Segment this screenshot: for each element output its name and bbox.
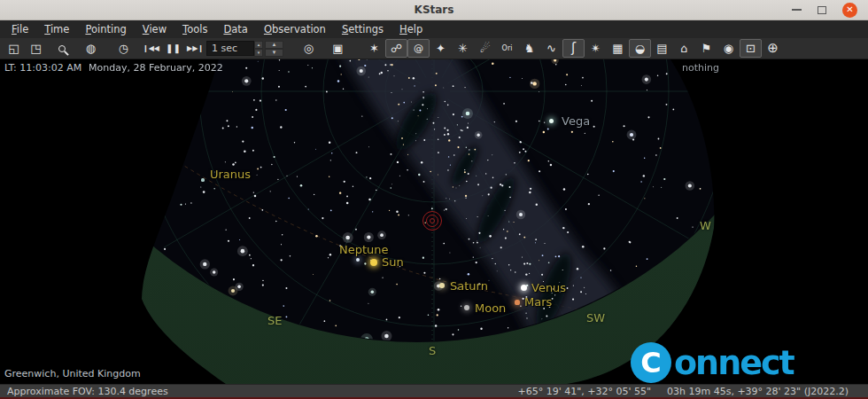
compass-label-sw: SW (586, 311, 605, 325)
date-text: Monday, 28 February, 2022 (89, 62, 223, 74)
toggle-comets-button[interactable]: ☄ (474, 39, 496, 58)
object-marker-sun[interactable] (370, 259, 377, 266)
object-marker-mars[interactable] (515, 300, 519, 304)
toggle-constellation-names-button[interactable]: Ori (496, 39, 518, 58)
object-label-vega[interactable]: Vega (562, 114, 590, 128)
time-step-spinner-down[interactable]: ▾ (265, 49, 283, 57)
time-unit-spinner[interactable]: ▴▾ (254, 41, 263, 57)
compass-label-w: W (700, 219, 711, 232)
radec-coordinates-text: 03h 19m 45s, +39° 28' 23" (J2022.2) (667, 386, 849, 397)
menubar: FileTimePointingViewToolsDataObservation… (0, 20, 868, 38)
time-unit-spinner-down[interactable]: ▾ (254, 49, 263, 57)
time-step-spinner[interactable]: ▴▾ (265, 41, 283, 57)
object-label-neptune[interactable]: Neptune (339, 243, 389, 256)
toggle-constellation-lines-button[interactable]: ✳ (452, 39, 474, 58)
menu-data[interactable]: Data (215, 21, 255, 37)
kstars-window: KStars ✕ FileTimePointingViewToolsDataOb… (0, 0, 868, 399)
azalt-coordinates-text: +65° 19' 41", +32° 05' 55" (517, 386, 651, 397)
time-pause-button[interactable]: ❚❚ (162, 39, 184, 58)
object-label-venus[interactable]: Venus (531, 281, 566, 294)
magnifier-handle (64, 51, 69, 56)
compass-label-se: SE (267, 314, 282, 327)
time-step-field[interactable]: 1 sec (206, 41, 254, 56)
focus-info-text: nothing (682, 62, 719, 74)
toggle-horizontal-grid-button[interactable]: ▦ (607, 39, 629, 58)
fov-status-text: Approximate FOV: 130.4 degrees (7, 386, 168, 397)
time-step-spinner-up[interactable]: ▴ (265, 41, 283, 49)
toggle-constellation-boundaries-button[interactable]: ∿ (540, 39, 562, 58)
object-label-uranus[interactable]: Uranus (210, 168, 251, 181)
minimize-icon[interactable] (792, 9, 802, 11)
object-marker-vega[interactable] (549, 119, 554, 123)
window-controls: ✕ (792, 0, 857, 20)
geolocation-button[interactable]: ◍ (80, 39, 102, 58)
dome-control-button[interactable]: ⌂ (673, 39, 695, 58)
object-marker-uranus[interactable] (201, 178, 204, 181)
fov-symbol-button[interactable]: ⊕ (762, 39, 784, 58)
time-rewind-button[interactable]: ❙◀◀ (140, 39, 162, 58)
time-unit-spinner-up[interactable]: ▴ (254, 41, 263, 49)
toggle-milky-way-button[interactable]: ʃ (562, 39, 585, 58)
fits-viewer-button[interactable]: ▣ (327, 39, 349, 58)
menu-pointing[interactable]: Pointing (77, 21, 134, 37)
toggle-galaxies-button[interactable]: @ (407, 39, 430, 58)
menu-help[interactable]: Help (391, 21, 430, 37)
object-label-saturn[interactable]: Saturn (450, 279, 488, 293)
menu-view[interactable]: View (135, 21, 174, 37)
observing-list-button[interactable]: ▤ (651, 39, 673, 58)
toggle-constellation-art-button[interactable]: ♞ (518, 39, 540, 58)
menu-time[interactable]: Time (36, 21, 77, 37)
statusbar: Approximate FOV: 130.4 degrees +65° 19' … (0, 384, 868, 399)
window-title: KStars (415, 4, 454, 16)
object-label-mars[interactable]: Mars (524, 295, 552, 309)
maximize-icon[interactable] (818, 6, 826, 14)
object-marker-saturn[interactable] (439, 283, 445, 288)
compass-label-s: S (429, 344, 436, 357)
menu-file[interactable]: File (4, 21, 36, 37)
toggle-flags-button[interactable]: ⚑ (695, 39, 717, 58)
time-forward-button[interactable]: ▶▶❙ (184, 39, 206, 58)
toggle-planets-button[interactable]: ✦ (430, 39, 452, 58)
toggle-stars-button[interactable]: ✶ (363, 39, 385, 58)
toggle-equatorial-grid-button[interactable]: ✴ (585, 39, 607, 58)
object-label-moon[interactable]: Moon (475, 301, 506, 315)
find-object-button[interactable] (50, 39, 73, 58)
set-time-button[interactable]: ◷ (112, 39, 135, 58)
track-object-button[interactable]: ◎ (298, 39, 320, 58)
titlebar[interactable]: KStars ✕ (0, 0, 868, 20)
toggle-supernovae-button[interactable]: ◉ (717, 39, 740, 58)
focus-reticle-ring (422, 211, 442, 231)
menu-tools[interactable]: Tools (174, 21, 215, 37)
menu-settings[interactable]: Settings (334, 21, 391, 37)
toolbar: ◱◳◍◷❙◀◀❚❚▶▶❙1 sec▴▾▴▾◎▣✶☍@✦✳☄Ori♞∿ʃ✴▦◒▤⌂… (0, 38, 868, 59)
whats-interesting-button[interactable]: ⊡ (740, 39, 762, 58)
location-text: Greenwich, United Kingdom (4, 368, 141, 379)
object-marker-venus[interactable] (521, 285, 527, 291)
zoom-in-button[interactable]: ◱ (3, 39, 25, 58)
close-icon[interactable]: ✕ (842, 3, 857, 18)
menu-observation[interactable]: Observation (256, 21, 334, 37)
local-time-text: LT: 11:03:02 AM (4, 62, 81, 74)
sky-map[interactable]: VegaUranusNeptuneSunSaturnVenusMarsMoonS… (0, 59, 868, 384)
toggle-horizon-button[interactable]: ◒ (629, 39, 651, 58)
zoom-out-button[interactable]: ◳ (25, 39, 47, 58)
toggle-deep-sky-button[interactable]: ☍ (385, 39, 407, 58)
object-label-sun[interactable]: Sun (382, 255, 404, 269)
